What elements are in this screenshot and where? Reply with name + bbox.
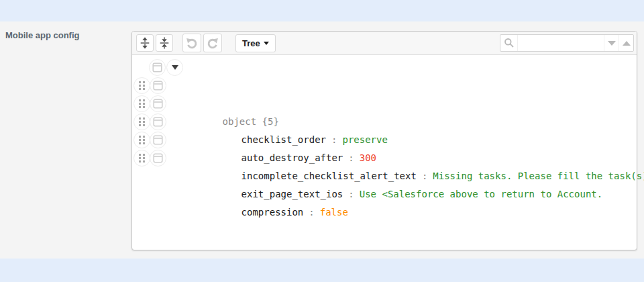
json-key[interactable]: exit_page_text_ios <box>241 189 343 199</box>
search-box <box>500 34 634 52</box>
json-key[interactable]: incomplete_checklist_alert_text <box>241 171 417 181</box>
drag-dots-icon <box>139 117 145 126</box>
window-icon <box>152 62 162 73</box>
json-key[interactable]: compression <box>241 207 304 218</box>
drag-handle[interactable] <box>133 77 150 94</box>
key-value-separator: : <box>309 207 314 218</box>
drag-dots-icon <box>139 136 145 144</box>
key-value-separator: : <box>422 171 427 181</box>
context-menu-button[interactable] <box>150 132 166 148</box>
tree-row: exit_page_text_ios:Use <Salesforce above… <box>132 131 637 149</box>
json-value[interactable]: Use <Salesforce above to return to Accou… <box>360 189 602 199</box>
drag-handle[interactable] <box>133 95 150 112</box>
context-menu-button[interactable] <box>150 77 166 94</box>
undo-icon <box>185 36 199 50</box>
context-menu-button[interactable] <box>150 95 166 112</box>
tree-row: auto_destroy_after:300 <box>132 95 637 113</box>
tree-row: checklist_order:preserve <box>132 77 637 95</box>
json-editor: Tree o <box>131 31 637 250</box>
triangle-down-icon <box>608 41 616 46</box>
window-icon <box>153 135 163 145</box>
drag-dots-icon <box>139 99 145 108</box>
tree-row-root: object {5} <box>132 58 637 77</box>
mode-dropdown-button[interactable]: Tree <box>235 34 276 52</box>
bottom-banner <box>0 258 644 282</box>
json-value[interactable]: false <box>320 207 348 218</box>
redo-button[interactable] <box>203 34 222 52</box>
window-icon <box>153 99 163 109</box>
drag-handle[interactable] <box>133 113 150 130</box>
undo-button[interactable] <box>182 34 201 52</box>
search-input[interactable] <box>518 35 604 51</box>
window-icon <box>153 117 163 127</box>
context-menu-button[interactable] <box>149 59 166 76</box>
tree-content: object {5} checklist_order:preserve auto… <box>132 55 637 167</box>
drag-dots-icon <box>139 154 145 162</box>
triangle-down-icon <box>172 65 178 70</box>
top-banner <box>0 0 644 21</box>
key-value-separator: : <box>348 189 354 199</box>
drag-handle[interactable] <box>133 132 150 148</box>
window-icon <box>153 81 163 91</box>
triangle-up-icon <box>623 41 631 46</box>
editor-toolbar: Tree <box>132 32 637 55</box>
window-icon <box>153 153 163 163</box>
json-value[interactable]: Missing tasks. Please fill the task(s). <box>433 171 644 181</box>
search-icon <box>500 35 518 51</box>
context-menu-button[interactable] <box>150 113 166 130</box>
chevron-down-icon <box>264 42 269 45</box>
mode-dropdown-label: Tree <box>242 38 260 48</box>
field-label: Mobile app config <box>5 30 80 40</box>
search-previous-button[interactable] <box>619 35 633 51</box>
collapse-node-button[interactable] <box>166 59 183 76</box>
tree-row: incomplete_checklist_alert_text:Missing … <box>132 113 637 131</box>
context-menu-button[interactable] <box>150 150 166 167</box>
redo-icon <box>206 36 219 50</box>
expand-all-icon <box>139 37 151 49</box>
collapse-all-icon <box>158 37 170 49</box>
drag-dots-icon <box>139 81 145 90</box>
collapse-all-button[interactable] <box>156 34 173 52</box>
drag-handle[interactable] <box>133 150 150 167</box>
tree-row: compression:false <box>132 149 637 167</box>
search-next-button[interactable] <box>604 35 619 51</box>
expand-all-button[interactable] <box>136 34 154 52</box>
